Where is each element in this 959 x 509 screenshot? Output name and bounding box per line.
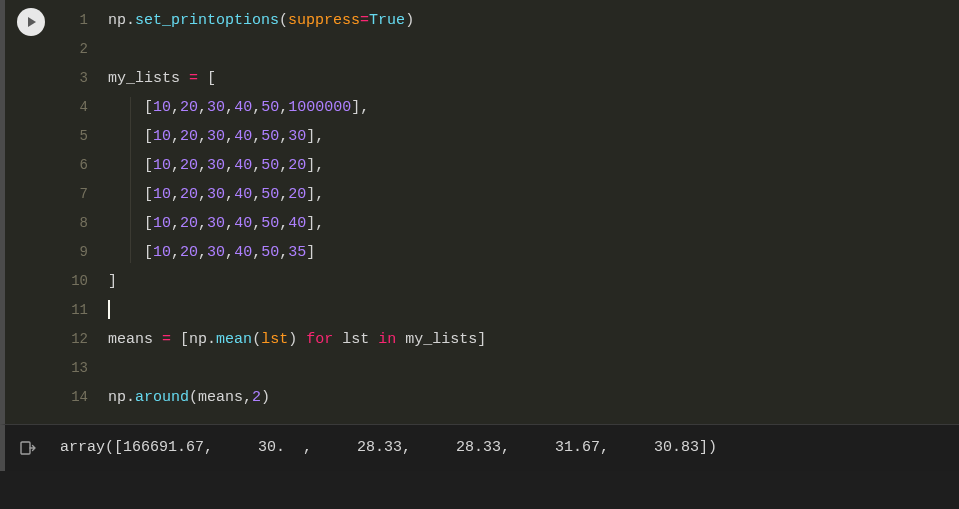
code-line[interactable]: my_lists = [ bbox=[108, 64, 959, 93]
line-number: 6 bbox=[60, 151, 88, 180]
code-token bbox=[108, 215, 144, 232]
code-token: ) bbox=[261, 389, 270, 406]
code-token: , bbox=[225, 244, 234, 261]
line-number: 7 bbox=[60, 180, 88, 209]
code-token: 40 bbox=[234, 99, 252, 116]
code-token: 10 bbox=[153, 128, 171, 145]
code-token: set_printoptions bbox=[135, 12, 279, 29]
code-token: = bbox=[189, 70, 198, 87]
code-token: 50 bbox=[261, 128, 279, 145]
code-token: 40 bbox=[234, 157, 252, 174]
code-token: , bbox=[198, 128, 207, 145]
code-token: ] bbox=[477, 331, 486, 348]
code-token: , bbox=[225, 99, 234, 116]
code-token: 10 bbox=[153, 215, 171, 232]
code-token bbox=[180, 70, 189, 87]
code-token: my_lists bbox=[405, 331, 477, 348]
code-token: ], bbox=[351, 99, 369, 116]
code-token: , bbox=[171, 128, 180, 145]
code-line[interactable]: np.set_printoptions(suppress=True) bbox=[108, 6, 959, 35]
code-token: my_lists bbox=[108, 70, 180, 87]
run-button[interactable] bbox=[17, 8, 45, 36]
code-token: np bbox=[108, 389, 126, 406]
code-token: , bbox=[252, 244, 261, 261]
code-token: [ bbox=[144, 215, 153, 232]
code-token: suppress bbox=[288, 12, 360, 29]
code-token: = bbox=[360, 12, 369, 29]
code-editor[interactable]: 1234567891011121314 np.set_printoptions(… bbox=[60, 0, 959, 424]
code-line[interactable] bbox=[108, 35, 959, 64]
code-line[interactable]: [10,20,30,40,50,30], bbox=[108, 122, 959, 151]
code-token: 30 bbox=[288, 128, 306, 145]
code-line[interactable]: [10,20,30,40,50,20], bbox=[108, 151, 959, 180]
code-token: , bbox=[198, 244, 207, 261]
code-token: 20 bbox=[180, 244, 198, 261]
input-area: 1234567891011121314 np.set_printoptions(… bbox=[0, 0, 959, 424]
code-token: , bbox=[198, 99, 207, 116]
code-token: ], bbox=[306, 215, 324, 232]
line-number: 3 bbox=[60, 64, 88, 93]
code-line[interactable]: ] bbox=[108, 267, 959, 296]
code-token: 30 bbox=[207, 157, 225, 174]
code-token: [ bbox=[207, 70, 216, 87]
code-token: 50 bbox=[261, 215, 279, 232]
code-line[interactable]: [10,20,30,40,50,35] bbox=[108, 238, 959, 267]
code-token: 50 bbox=[261, 186, 279, 203]
code-line[interactable] bbox=[108, 354, 959, 383]
code-line[interactable]: [10,20,30,40,50,1000000], bbox=[108, 93, 959, 122]
code-token: , bbox=[279, 244, 288, 261]
code-line[interactable]: [10,20,30,40,50,20], bbox=[108, 180, 959, 209]
code-token: [ bbox=[144, 186, 153, 203]
code-token: 20 bbox=[180, 128, 198, 145]
code-token: , bbox=[198, 215, 207, 232]
svg-marker-0 bbox=[28, 17, 36, 27]
play-icon bbox=[24, 15, 38, 29]
code-token: 20 bbox=[180, 157, 198, 174]
code-token: , bbox=[225, 215, 234, 232]
indent-guide bbox=[130, 97, 131, 263]
line-number: 1 bbox=[60, 6, 88, 35]
code-token: around bbox=[135, 389, 189, 406]
svg-rect-1 bbox=[21, 442, 30, 454]
code-token: 2 bbox=[252, 389, 261, 406]
run-gutter bbox=[5, 0, 60, 424]
code-token: ], bbox=[306, 128, 324, 145]
code-line[interactable]: [10,20,30,40,50,40], bbox=[108, 209, 959, 238]
code-token: . bbox=[126, 12, 135, 29]
code-token: ( bbox=[189, 389, 198, 406]
code-token: 20 bbox=[180, 99, 198, 116]
line-number: 10 bbox=[60, 267, 88, 296]
code-token: , bbox=[279, 99, 288, 116]
output-gutter bbox=[5, 437, 60, 459]
code-token: 1000000 bbox=[288, 99, 351, 116]
code-token: means bbox=[108, 331, 153, 348]
code-token: 20 bbox=[288, 186, 306, 203]
code-token: for bbox=[306, 331, 333, 348]
code-line[interactable]: means = [np.mean(lst) for lst in my_list… bbox=[108, 325, 959, 354]
line-number: 13 bbox=[60, 354, 88, 383]
code-token: , bbox=[252, 128, 261, 145]
code-token bbox=[396, 331, 405, 348]
code-token: , bbox=[279, 215, 288, 232]
code-token: = bbox=[162, 331, 171, 348]
code-token: 50 bbox=[261, 157, 279, 174]
code-token: [ bbox=[144, 128, 153, 145]
code-token: ( bbox=[279, 12, 288, 29]
code-token: 35 bbox=[288, 244, 306, 261]
code-line[interactable] bbox=[108, 296, 959, 325]
line-number: 12 bbox=[60, 325, 88, 354]
code-token: 50 bbox=[261, 99, 279, 116]
code-token: 40 bbox=[234, 215, 252, 232]
code-token: ] bbox=[306, 244, 315, 261]
code-token bbox=[171, 331, 180, 348]
code-cell: 1234567891011121314 np.set_printoptions(… bbox=[0, 0, 959, 471]
code-token: . bbox=[207, 331, 216, 348]
code-token: 20 bbox=[180, 215, 198, 232]
code-token: , bbox=[171, 99, 180, 116]
code-token: 30 bbox=[207, 244, 225, 261]
code-line[interactable]: np.around(means,2) bbox=[108, 383, 959, 412]
code-token: ], bbox=[306, 186, 324, 203]
code-token: 10 bbox=[153, 186, 171, 203]
code-token: ], bbox=[306, 157, 324, 174]
code-content[interactable]: np.set_printoptions(suppress=True)my_lis… bbox=[94, 6, 959, 412]
